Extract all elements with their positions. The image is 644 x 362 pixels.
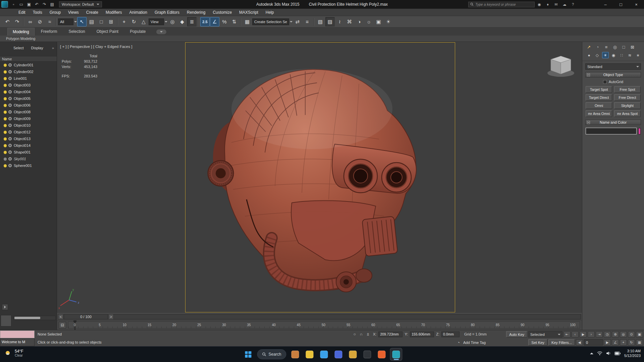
angle-snap-icon[interactable]: ∠ <box>210 17 219 26</box>
space-warps-category-icon[interactable]: ≋ <box>626 52 633 58</box>
app-logo-icon[interactable] <box>1 1 8 8</box>
open-file-icon[interactable]: ▭ <box>18 1 25 8</box>
select-and-scale-icon[interactable]: △ <box>139 17 148 26</box>
scene-object-row[interactable]: Object004 <box>0 88 57 95</box>
play-icon[interactable]: ▶ <box>580 331 587 338</box>
menu-item[interactable]: Animation <box>126 9 151 16</box>
visibility-bulb-icon[interactable] <box>4 70 7 73</box>
ribbon-panel-polygon-modeling[interactable]: Polygon Modeling <box>0 36 644 42</box>
taskbar-app-terminal[interactable] <box>361 348 374 361</box>
menu-item[interactable]: Views <box>64 9 83 16</box>
tabs-overflow-icon[interactable]: » <box>52 46 54 50</box>
scene-object-row[interactable]: Object005 <box>0 95 57 102</box>
display-tab-icon[interactable]: □ <box>621 44 627 50</box>
menu-item[interactable]: Create <box>83 9 102 16</box>
ribbon-tab[interactable]: Selection <box>63 28 90 36</box>
maximize-viewport-icon[interactable]: ▦ <box>636 339 643 346</box>
visibility-bulb-icon[interactable] <box>4 111 7 114</box>
sign-in-icon[interactable]: ◉ <box>537 2 542 7</box>
scene-object-row[interactable]: Object006 <box>0 102 57 109</box>
go-to-start-icon[interactable]: ⇤ <box>564 331 571 338</box>
new-scene-icon[interactable]: ▫ <box>10 1 17 8</box>
lights-category-icon[interactable]: ☀ <box>602 52 609 58</box>
ribbon-options-icon[interactable] <box>156 29 166 34</box>
absolute-mode-icon[interactable]: ± <box>365 331 371 337</box>
reference-coordinate-dropdown[interactable]: View <box>149 17 167 26</box>
taskbar-search[interactable]: Search <box>257 349 286 359</box>
scene-object-row[interactable]: Object008 <box>0 109 57 115</box>
menu-item[interactable]: Tools <box>29 9 46 16</box>
motion-tab-icon[interactable]: ◎ <box>612 44 618 50</box>
field-of-view-icon[interactable]: ∠ <box>612 339 619 346</box>
systems-category-icon[interactable]: ∗ <box>635 52 641 58</box>
visibility-bulb-icon[interactable] <box>4 77 7 80</box>
redo-icon[interactable]: ↷ <box>12 17 22 26</box>
select-and-link-icon[interactable]: ∞ <box>25 17 35 26</box>
mirror-icon[interactable]: ⇄ <box>293 17 302 26</box>
license-icon[interactable]: ♦ <box>545 2 550 7</box>
add-time-tag[interactable]: ◔ Add Time Tag <box>455 340 486 346</box>
menu-item[interactable]: Graph Editors <box>151 9 183 16</box>
next-frame-arrow[interactable]: > <box>108 314 114 319</box>
next-frame-icon[interactable]: › <box>588 331 595 338</box>
window-crossing-icon[interactable]: ⊞ <box>106 17 116 26</box>
zoom-region-icon[interactable]: ▣ <box>636 331 643 338</box>
visibility-bulb-icon[interactable] <box>4 131 7 134</box>
previous-frame-arrow[interactable]: < <box>58 314 63 319</box>
object-color-swatch[interactable] <box>638 128 641 134</box>
select-and-rotate-icon[interactable]: ↻ <box>129 17 139 26</box>
auto-key-button[interactable]: Auto Key <box>506 331 527 338</box>
scene-object-row[interactable]: Sphere001 <box>0 162 57 169</box>
go-to-end-icon[interactable]: ⇥ <box>596 331 603 338</box>
visibility-bulb-icon[interactable] <box>4 137 7 140</box>
taskbar-app-explorer[interactable] <box>304 348 316 361</box>
shapes-category-icon[interactable]: ◇ <box>594 52 600 58</box>
ribbon-tab[interactable]: Populate <box>125 28 151 36</box>
schematic-view-icon[interactable]: ⌘ <box>345 17 354 26</box>
select-and-move-icon[interactable]: ⌖ <box>119 17 129 26</box>
rollout-object-type[interactable]: Object Type <box>585 72 641 77</box>
maxscript-macro-recorder[interactable] <box>0 330 35 338</box>
bind-to-space-warp-icon[interactable]: ≈ <box>45 17 54 26</box>
select-object-icon[interactable]: ↖ <box>77 17 87 26</box>
rollout-name-and-color[interactable]: Name and Color <box>585 120 641 125</box>
viewcube[interactable] <box>547 56 574 77</box>
cameras-category-icon[interactable]: ◉ <box>610 52 617 58</box>
use-pivot-center-icon[interactable]: ◎ <box>168 17 177 26</box>
viewport-label[interactable]: [ + ] [ Perspective ] [ Clay + Edged Fac… <box>60 45 132 49</box>
visibility-bulb-icon[interactable] <box>4 117 7 120</box>
menu-item[interactable]: Customize <box>209 9 235 16</box>
minimize-button[interactable]: – <box>598 0 613 9</box>
project-folder-icon[interactable]: ▤ <box>49 1 56 8</box>
named-selection-set-dropdown[interactable]: Create Selection Se <box>252 17 292 26</box>
previous-key-icon[interactable]: ◀ <box>576 339 583 346</box>
timeline-ruler[interactable]: 0510152025303540455055606570758085909510… <box>68 321 580 328</box>
layer-manager-icon[interactable]: ▧ <box>316 17 325 26</box>
perspective-viewport[interactable]: x y z [ + ] [ Perspective ] [ Clay + Edg… <box>57 42 582 313</box>
time-slider-icon[interactable]: ⊟ <box>59 322 66 328</box>
autogrid-checkbox[interactable] <box>603 80 607 84</box>
menu-item[interactable]: Rendering <box>183 9 209 16</box>
ribbon-toggle-icon[interactable]: ▨ <box>325 17 335 26</box>
selection-set-dropdown[interactable]: Selected <box>528 331 562 338</box>
z-coordinate-field[interactable]: 0.0mm <box>441 331 460 337</box>
lock-selection-icon[interactable]: ∩ <box>358 331 364 337</box>
object-name-input[interactable] <box>586 128 637 134</box>
light-type-dropdown[interactable]: Standard <box>585 63 641 70</box>
visibility-bulb-icon[interactable] <box>4 97 7 100</box>
orbit-icon[interactable]: ↻ <box>628 339 635 346</box>
render-setup-icon[interactable]: ☼ <box>364 17 374 26</box>
ribbon-tab[interactable]: Object Paint <box>92 28 123 36</box>
taskbar-app-store[interactable] <box>332 348 345 361</box>
previous-frame-icon[interactable]: ‹ <box>572 331 579 338</box>
wifi-icon[interactable] <box>597 351 602 356</box>
scene-object-row[interactable]: Sky001 <box>0 156 57 162</box>
maximize-button[interactable]: □ <box>613 0 629 9</box>
keyword-search[interactable] <box>468 2 535 7</box>
track-bar-groove[interactable] <box>114 314 581 319</box>
panel-expand-button[interactable] <box>2 304 8 310</box>
menu-item[interactable]: Group <box>46 9 64 16</box>
light-type-button[interactable]: Skylight <box>614 102 641 109</box>
scene-object-row[interactable]: Cylinder002 <box>0 68 57 75</box>
light-type-button[interactable]: mr Area Spot <box>614 110 641 117</box>
